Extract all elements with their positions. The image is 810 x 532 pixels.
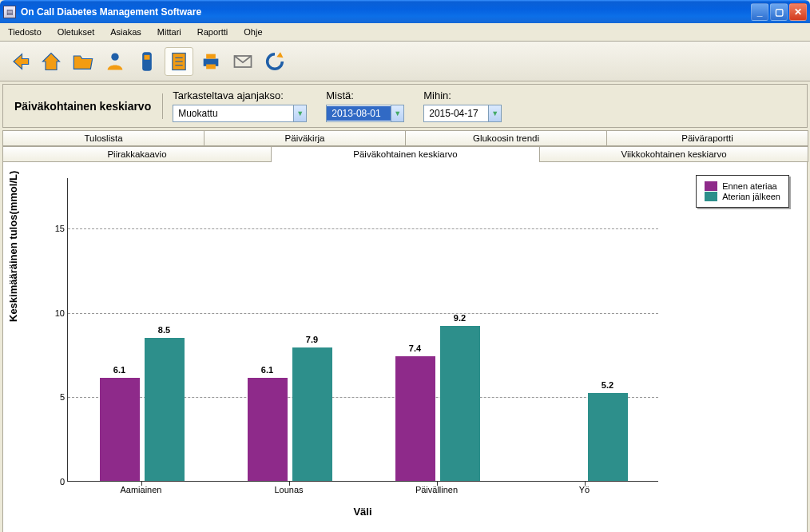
- maximize-button[interactable]: ▢: [770, 3, 788, 21]
- bar: [395, 356, 435, 481]
- bar-value-label: 7.9: [288, 335, 336, 344]
- menu-meter[interactable]: Mittari: [154, 26, 185, 38]
- back-button[interactable]: [5, 47, 34, 76]
- x-tick-label: Yö: [510, 485, 658, 494]
- minimize-button[interactable]: _: [751, 3, 768, 21]
- y-tick-label: 10: [46, 308, 65, 318]
- menu-bar: Tiedosto Oletukset Asiakas Mittari Rapor…: [0, 23, 810, 42]
- range-select[interactable]: Muokattu ▼: [173, 105, 307, 122]
- home-button[interactable]: [37, 47, 66, 76]
- legend-label: Aterian jälkeen: [722, 192, 780, 201]
- bar-value-label: 7.4: [391, 343, 439, 353]
- toolbar: [0, 42, 810, 81]
- app-icon: ▤: [3, 6, 16, 18]
- chart-container: Keskimääräinen tulos(mmol/L) 0510156.18.…: [2, 162, 808, 532]
- bar: [440, 326, 480, 481]
- tab-results[interactable]: Tuloslista: [2, 130, 204, 146]
- legend-label: Ennen ateriaa: [722, 181, 777, 191]
- filter-bar: Päiväkohtainen keskiarvo Tarkasteltava a…: [2, 84, 808, 128]
- x-tick-label: Lounas: [215, 485, 363, 494]
- range-value: Muokattu: [173, 106, 293, 121]
- bar: [100, 378, 140, 481]
- from-label: Mistä:: [326, 89, 404, 101]
- refresh-button[interactable]: [260, 47, 289, 76]
- title-bar: ▤ On Call Diabetes Management Software _…: [0, 0, 810, 23]
- report-button[interactable]: [165, 47, 193, 76]
- tab-daily-avg[interactable]: Päiväkohtainen keskiarvo: [271, 146, 540, 162]
- bar-value-label: 8.5: [141, 325, 189, 335]
- grid-line: [68, 228, 658, 229]
- x-tick-label: Päivällinen: [363, 485, 510, 494]
- legend-swatch-icon: [705, 192, 717, 201]
- bar-value-label: 5.2: [584, 380, 632, 390]
- tab-diary[interactable]: Päiväkirja: [204, 130, 406, 146]
- bar: [588, 393, 628, 481]
- chevron-down-icon: ▼: [391, 105, 403, 121]
- svg-point-0: [111, 53, 118, 60]
- bar-value-label: 6.1: [244, 365, 292, 375]
- mail-button[interactable]: [228, 47, 257, 76]
- tab-day-report[interactable]: Päiväraportti: [606, 130, 808, 146]
- window-title: On Call Diabetes Management Software: [21, 6, 751, 18]
- range-label: Tarkasteltava ajanjakso:: [173, 89, 307, 101]
- chart-legend: Ennen ateriaa Aterian jälkeen: [696, 175, 789, 208]
- legend-swatch-icon: [705, 181, 717, 191]
- x-tick-label: Aamiainen: [67, 485, 215, 494]
- from-date-value: 2013-08-01: [327, 106, 391, 121]
- bar: [145, 338, 185, 481]
- person-button[interactable]: [101, 47, 129, 76]
- tab-glucose-trend[interactable]: Glukoosin trendi: [405, 130, 607, 146]
- x-axis-title: Väli: [67, 506, 658, 518]
- bar: [292, 347, 332, 481]
- tab-weekly-avg[interactable]: Viikkokohtainen keskiarvo: [539, 146, 808, 162]
- bar-value-label: 9.2: [436, 313, 484, 323]
- chevron-down-icon: ▼: [293, 105, 306, 121]
- menu-defaults[interactable]: Oletukset: [54, 26, 97, 38]
- svg-rect-9: [206, 64, 216, 69]
- y-tick-label: 15: [46, 224, 65, 233]
- to-date-select[interactable]: 2015-04-17 ▼: [423, 105, 502, 122]
- current-view-label: Päiväkohtainen keskiarvo: [3, 93, 163, 119]
- to-label: Mihin:: [423, 89, 502, 101]
- bar-value-label: 6.1: [96, 365, 144, 375]
- menu-file[interactable]: Tiedosto: [5, 26, 45, 38]
- bar: [248, 378, 288, 481]
- menu-customer[interactable]: Asiakas: [107, 26, 145, 38]
- tab-strip: Tuloslista Päiväkirja Glukoosin trendi P…: [2, 130, 808, 162]
- chart-plot-area: 0510156.18.56.17.97.49.25.2: [67, 178, 658, 482]
- svg-rect-8: [206, 54, 216, 58]
- y-axis-title: Keskimääräinen tulos(mmol/L): [7, 171, 19, 322]
- y-tick-label: 5: [46, 392, 65, 402]
- from-date-select[interactable]: 2013-08-01 ▼: [326, 105, 404, 122]
- to-date-value: 2015-04-17: [424, 106, 488, 121]
- meter-button[interactable]: [133, 47, 161, 76]
- y-tick-label: 0: [46, 477, 65, 486]
- menu-help[interactable]: Ohje: [240, 26, 265, 38]
- grid-line: [68, 313, 658, 314]
- chevron-down-icon: ▼: [488, 105, 501, 121]
- close-button[interactable]: ✕: [789, 3, 807, 21]
- open-folder-button[interactable]: [69, 47, 97, 76]
- menu-report[interactable]: Raportti: [194, 26, 232, 38]
- tab-piechart[interactable]: Piirakkakaavio: [2, 146, 272, 162]
- printer-button[interactable]: [197, 47, 225, 76]
- svg-rect-2: [145, 54, 150, 59]
